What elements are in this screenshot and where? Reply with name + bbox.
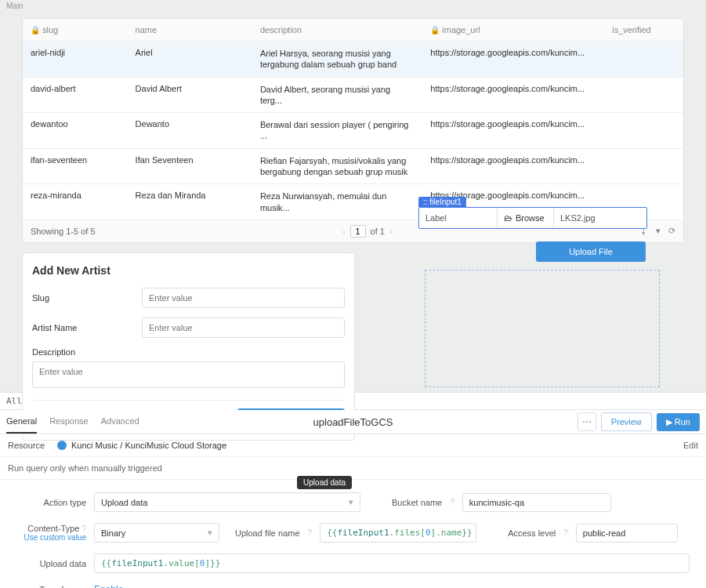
prev-page-icon[interactable]: ‹: [342, 227, 346, 236]
table-row[interactable]: ifan-seventeenIfan SeventeenRiefian Faja…: [23, 148, 683, 184]
name-label: Artist Name: [32, 323, 142, 332]
table-cell: Reza dan Miranda: [128, 184, 252, 220]
file-label: Label: [419, 208, 498, 228]
table-cell: Ifan Seventeen: [128, 148, 252, 184]
column-header[interactable]: 🔒slug: [23, 19, 128, 42]
table-cell: Berawal dari session player ( pengiring …: [252, 113, 422, 149]
transformer-label: Transformer: [8, 585, 86, 588]
table-cell: Ariel Harsya, seorang musisi yang tergab…: [252, 42, 422, 78]
help-icon: ?: [450, 498, 454, 506]
chevron-down-icon: ▾: [208, 528, 212, 538]
tooltip: Upload data: [297, 476, 352, 489]
page-input[interactable]: [350, 225, 366, 238]
table-cell: ifan-seventeen: [23, 148, 128, 184]
component-tag[interactable]: :: fileInput1: [418, 197, 466, 207]
trigger-mode[interactable]: Run query only when manually triggered: [8, 463, 162, 473]
table-cell: [604, 148, 683, 184]
table-cell: [604, 113, 683, 149]
resource-label: Resource: [8, 441, 51, 450]
run-button[interactable]: ▶Run: [657, 413, 700, 431]
table-cell: dewantoo: [23, 113, 128, 149]
help-icon: ?: [563, 528, 568, 537]
play-icon: ▶: [666, 417, 672, 427]
bucket-input[interactable]: kuncimusic-qa: [462, 493, 611, 512]
table-cell: David Albert, seorang musisi yang terg..…: [252, 77, 422, 113]
upload-data-input[interactable]: {{fileInput1.value[0]}}: [94, 554, 690, 573]
upload-data-label: Upload data: [8, 559, 86, 568]
table-showing: Showing 1-5 of 5: [31, 227, 96, 236]
form-title: Add New Artist: [32, 264, 345, 277]
drop-zone[interactable]: [425, 270, 660, 387]
bucket-label: Bucket name: [392, 498, 442, 507]
table-cell: https://storage.googleapis.com/kuncim...: [422, 77, 604, 113]
edit-resource-link[interactable]: Edit: [683, 441, 698, 450]
column-header[interactable]: description: [252, 19, 422, 42]
table-cell: [604, 77, 683, 113]
more-icon[interactable]: ⋯: [577, 412, 596, 431]
content-type-label: Content-Type ? Use custom value: [8, 524, 86, 542]
access-input[interactable]: public-read: [576, 524, 678, 543]
tab-response[interactable]: Response: [49, 410, 89, 434]
column-header[interactable]: 🔒image_url: [422, 19, 604, 42]
paginator: ‹ of 1 ›: [342, 225, 393, 238]
action-type-select[interactable]: Upload data ▾ Upload data: [94, 492, 360, 512]
table-cell: https://storage.googleapis.com/kuncim...: [422, 42, 604, 78]
file-name: LKS2.jpg: [554, 208, 646, 228]
filter-icon[interactable]: ▾: [656, 226, 661, 236]
table-cell: reza-miranda: [23, 184, 128, 220]
table-row[interactable]: david-albertDavid AlbertDavid Albert, se…: [23, 77, 683, 113]
table-cell: Reza Nurwiansyah, memulai dun musik...: [252, 184, 422, 220]
page-of: of 1: [371, 227, 385, 236]
tab-advanced[interactable]: Advanced: [101, 410, 139, 434]
upload-file-button[interactable]: Upload File: [536, 241, 646, 262]
access-label: Access level: [508, 528, 556, 538]
browse-button[interactable]: 🗁 Browse: [498, 208, 554, 228]
content-type-select[interactable]: Binary ▾: [94, 523, 219, 543]
name-input[interactable]: [142, 318, 345, 338]
upload-name-label: Upload file name: [235, 528, 300, 538]
column-header[interactable]: is_verified: [604, 19, 683, 42]
preview-button[interactable]: Preview: [601, 412, 652, 431]
table-row[interactable]: ariel-nidjiArielAriel Harsya, seorang mu…: [23, 42, 683, 78]
desc-input[interactable]: [32, 361, 345, 388]
table-cell: Riefian Fajarsyah, musisi/vokalis yang b…: [252, 148, 422, 184]
browse-icon: 🗁: [504, 213, 512, 223]
table-cell: https://storage.googleapis.com/kuncim...: [422, 148, 604, 184]
chevron-down-icon: ▾: [349, 497, 353, 507]
query-name[interactable]: uploadFileToGCS: [313, 416, 393, 428]
action-type-label: Action type: [8, 498, 86, 507]
refresh-icon[interactable]: ⟳: [668, 226, 675, 236]
table-cell: https://storage.googleapis.com/kuncim...: [422, 113, 604, 149]
table-cell: David Albert: [128, 77, 252, 113]
desc-label: Description: [32, 347, 142, 357]
resource-select[interactable]: Kunci Music / KunciMusic Cloud Storage: [57, 441, 677, 450]
canvas-label: Main: [0, 0, 706, 12]
lock-icon: 🔒: [430, 26, 440, 34]
column-header[interactable]: name: [128, 19, 252, 42]
use-custom-value-link[interactable]: Use custom value: [8, 533, 86, 542]
table-row[interactable]: dewantooDewantoBerawal dari session play…: [23, 113, 683, 149]
upload-name-input[interactable]: {{fileInput1.files[0].name}}: [320, 523, 476, 543]
slug-label: Slug: [32, 293, 142, 303]
slug-input[interactable]: [142, 288, 345, 308]
lock-icon: 🔒: [31, 26, 40, 34]
next-page-icon[interactable]: ›: [389, 227, 393, 236]
table-cell: david-albert: [23, 77, 128, 113]
file-input-row: Label 🗁 Browse LKS2.jpg: [418, 207, 647, 229]
resource-icon: [57, 441, 67, 450]
table-cell: Ariel: [128, 42, 252, 78]
table-cell: Dewanto: [128, 113, 252, 149]
tab-general[interactable]: General: [6, 410, 37, 434]
transformer-enable-link[interactable]: Enable: [94, 584, 123, 588]
table-cell: ariel-nidji: [23, 42, 128, 78]
help-icon: ?: [308, 528, 313, 537]
table-cell: [604, 42, 683, 78]
